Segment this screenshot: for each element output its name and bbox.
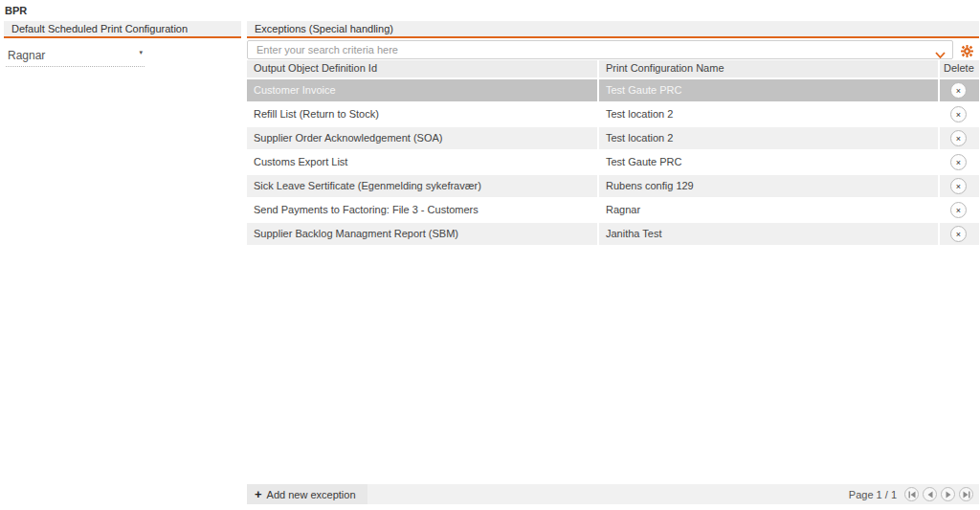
close-icon: ×: [956, 134, 961, 144]
column-header-print-config[interactable]: Print Configuration Name: [599, 60, 940, 78]
close-icon: ×: [956, 206, 961, 215]
output-object-cell: Sick Leave Sertificate (Egenmelding syke…: [247, 175, 599, 197]
exceptions-panel-title: Exceptions (Special handling): [255, 23, 393, 34]
search-row: [247, 40, 979, 59]
delete-cell: ×: [940, 175, 977, 197]
output-object-cell: Customer Invoice: [247, 79, 599, 101]
table-row[interactable]: Customer Invoice Test Gaute PRC ×: [247, 79, 979, 101]
print-config-cell: Test location 2: [599, 103, 940, 125]
previous-page-button[interactable]: [923, 487, 937, 501]
table-row[interactable]: Supplier Backlog Managment Report (SBM) …: [247, 223, 979, 245]
delete-cell: ×: [940, 223, 977, 245]
dropdown-selected-value: Ragnar: [8, 49, 45, 62]
output-object-cell: Refill List (Return to Stock): [247, 103, 599, 125]
close-icon: ×: [956, 158, 961, 167]
print-config-cell: Test Gaute PRC: [599, 79, 940, 101]
delete-button[interactable]: ×: [950, 202, 967, 218]
last-page-button[interactable]: [959, 487, 973, 501]
table-row[interactable]: Send Payments to Factoring: File 3 - Cus…: [247, 199, 979, 221]
column-header-delete: Delete: [940, 60, 977, 78]
close-icon: ×: [956, 182, 961, 191]
table-row[interactable]: Refill List (Return to Stock) Test locat…: [247, 103, 979, 125]
page-title: BPR: [5, 5, 27, 16]
next-page-button[interactable]: [941, 487, 955, 501]
exceptions-panel: Exceptions (Special handling): [247, 21, 979, 504]
delete-cell: ×: [940, 103, 977, 125]
column-header-output-object[interactable]: Output Object Definition Id: [247, 60, 599, 78]
chevron-down-icon: ▾: [139, 49, 143, 56]
delete-cell: ×: [940, 127, 977, 149]
delete-button[interactable]: ×: [950, 82, 967, 99]
exceptions-table-body: Customer Invoice Test Gaute PRC × Refill…: [247, 79, 979, 247]
print-config-cell: Ragnar: [599, 199, 940, 221]
table-row[interactable]: Sick Leave Sertificate (Egenmelding syke…: [247, 175, 979, 197]
output-object-cell: Supplier Backlog Managment Report (SBM): [247, 223, 599, 245]
output-object-cell: Customs Export List: [247, 151, 599, 173]
delete-cell: ×: [940, 199, 977, 221]
add-new-exception-button[interactable]: + Add new exception: [247, 484, 368, 504]
left-panel-title: Default Scheduled Print Configuration: [11, 23, 188, 34]
default-config-dropdown[interactable]: Ragnar ▾: [6, 44, 145, 67]
table-row[interactable]: Customs Export List Test Gaute PRC ×: [247, 151, 979, 173]
plus-icon: +: [255, 487, 262, 501]
print-config-cell: Janitha Test: [599, 223, 940, 245]
close-icon: ×: [956, 110, 961, 120]
bpr-page: BPR Default Scheduled Print Configuratio…: [0, 0, 980, 510]
output-object-cell: Send Payments to Factoring: File 3 - Cus…: [247, 199, 599, 221]
chevron-down-icon[interactable]: [935, 46, 946, 55]
close-icon: ×: [956, 86, 961, 96]
output-object-cell: Supplier Order Acknowledgement (SOA): [247, 127, 599, 149]
delete-button[interactable]: ×: [950, 226, 967, 242]
first-page-button[interactable]: [904, 487, 919, 501]
pagination: Page 1 / 1: [849, 487, 979, 501]
delete-button[interactable]: ×: [950, 154, 967, 170]
search-box: [247, 40, 953, 59]
exceptions-footer: + Add new exception Page 1 / 1: [247, 484, 979, 504]
default-print-config-panel: Default Scheduled Print Configuration Ra…: [4, 21, 241, 67]
print-config-cell: Test Gaute PRC: [599, 151, 940, 173]
exceptions-panel-header: Exceptions (Special handling): [247, 21, 979, 38]
page-indicator: Page 1 / 1: [849, 489, 897, 500]
delete-button[interactable]: ×: [950, 178, 967, 194]
delete-button[interactable]: ×: [950, 106, 967, 122]
print-config-cell: Rubens config 129: [599, 175, 940, 197]
left-panel-body: Ragnar ▾: [4, 38, 241, 67]
table-header: Output Object Definition Id Print Config…: [247, 60, 979, 78]
print-config-cell: Test location 2: [599, 127, 940, 149]
search-input[interactable]: [248, 41, 952, 58]
close-icon: ×: [956, 230, 961, 239]
add-button-label: Add new exception: [267, 489, 356, 500]
delete-cell: ×: [940, 79, 977, 101]
delete-button[interactable]: ×: [950, 130, 967, 146]
gear-icon[interactable]: [961, 44, 973, 56]
table-row[interactable]: Supplier Order Acknowledgement (SOA) Tes…: [247, 127, 979, 149]
left-panel-header: Default Scheduled Print Configuration: [4, 21, 241, 38]
delete-cell: ×: [940, 151, 977, 173]
